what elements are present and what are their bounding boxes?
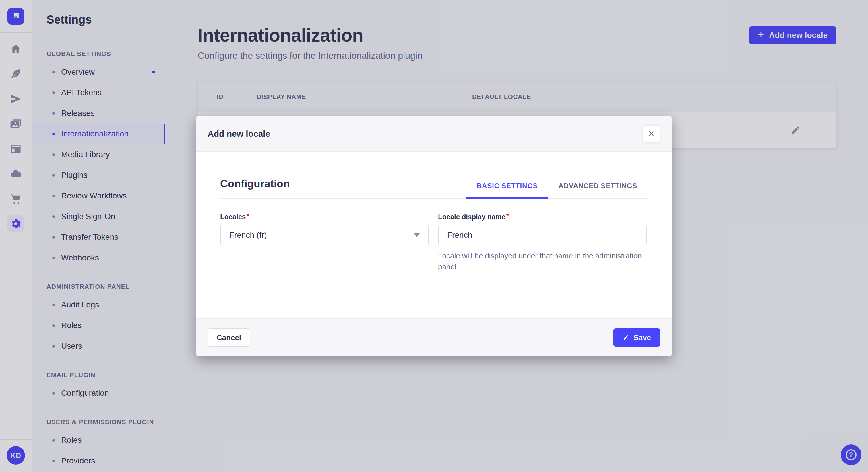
configuration-title: Configuration <box>220 178 290 198</box>
locales-label-text: Locales <box>220 213 246 221</box>
display-name-label: Locale display name* <box>438 213 509 221</box>
tab-basic-settings[interactable]: BASIC SETTINGS <box>466 182 548 199</box>
required-marker: * <box>506 212 509 220</box>
modal-header: Add new locale ✕ <box>196 116 672 152</box>
form-fields: Locales* French (fr) Locale display name… <box>220 213 648 272</box>
display-name-label-text: Locale display name <box>438 213 505 221</box>
locales-label: Locales* <box>220 213 249 221</box>
check-icon: ✓ <box>623 333 629 342</box>
locales-field: Locales* French (fr) <box>220 213 429 272</box>
modal-footer: Cancel ✓ Save <box>196 318 672 356</box>
close-icon: ✕ <box>648 129 654 138</box>
save-button[interactable]: ✓ Save <box>613 328 660 347</box>
caret-down-icon <box>414 233 420 237</box>
display-name-field: Locale display name* Locale will be disp… <box>438 213 647 272</box>
required-marker: * <box>247 212 249 220</box>
settings-tabs: BASIC SETTINGS ADVANCED SETTINGS <box>466 182 648 198</box>
add-locale-modal: Add new locale ✕ Configuration BASIC SET… <box>196 116 672 356</box>
tab-advanced-settings[interactable]: ADVANCED SETTINGS <box>548 182 648 199</box>
close-button[interactable]: ✕ <box>642 125 660 143</box>
cancel-button[interactable]: Cancel <box>208 328 250 347</box>
modal-title: Add new locale <box>208 129 270 139</box>
locales-select[interactable]: French (fr) <box>220 225 429 245</box>
configuration-header: Configuration BASIC SETTINGS ADVANCED SE… <box>220 178 648 199</box>
save-button-label: Save <box>633 333 651 342</box>
display-name-hint: Locale will be displayed under that name… <box>438 250 647 272</box>
locales-select-value: French (fr) <box>229 231 267 240</box>
display-name-input[interactable] <box>438 225 647 245</box>
modal-body: Configuration BASIC SETTINGS ADVANCED SE… <box>196 152 672 318</box>
